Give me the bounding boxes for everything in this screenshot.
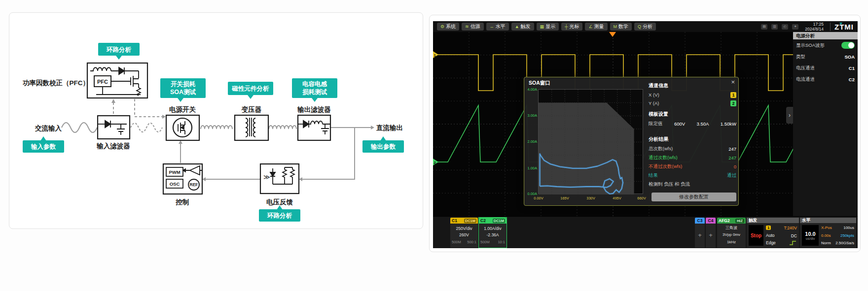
menu-button-cursor[interactable]: ┼光标: [561, 23, 582, 31]
channel-c1-block[interactable]: C1 DC1M 250V/div 260V 500M 500:1: [450, 218, 478, 248]
network-icon[interactable]: ◴: [782, 24, 788, 30]
menu-button-horizontal[interactable]: ↔水平: [486, 23, 509, 31]
result-value: 通过: [727, 172, 736, 179]
template-section-title: 模板设置: [649, 111, 736, 118]
menu-button-source[interactable]: ≋信源: [462, 23, 484, 31]
c1-offset: 260V: [450, 232, 478, 238]
x-channel-label: X (V): [649, 92, 659, 97]
power-switch-label: 电源开关: [169, 106, 196, 113]
current-limit: 3.50A: [697, 121, 709, 127]
y-channel-label: Y (A): [649, 100, 659, 106]
soa-y-tick: 3.00A: [524, 113, 537, 118]
chopped-wave: [131, 123, 162, 132]
horizontal-section[interactable]: 水平 10.0 us/div X-Pos 0.00s Norm 100us 25…: [800, 218, 856, 248]
c1-label: C1: [452, 218, 457, 223]
trigger-title: 触发: [747, 218, 799, 223]
current-channel-label: 电流通道: [796, 76, 815, 83]
soa-x-tick: 660V: [634, 196, 649, 200]
menu-button-display[interactable]: ▦显示: [537, 23, 559, 31]
soa-window-dialog: SOA窗口 × 4.00A 3.00A 2.00A 1.00A 0.00A 0.…: [524, 77, 739, 206]
menu-button-system[interactable]: ⚙系统: [437, 23, 459, 31]
sidebar-row-current-channel[interactable]: 电流通道 C2: [793, 74, 858, 85]
horizontal-position: 0.00s: [821, 233, 832, 238]
input-filter-label: 输入滤波器: [96, 142, 130, 150]
menu-button-analysis[interactable]: Q分析: [634, 23, 656, 31]
afg2-block[interactable]: AFG2 HiZ 三角波 3Vpp 0mv 1kHz: [717, 218, 746, 248]
channel-c2-block[interactable]: C2 DC1M 1.00A/div -2.36A 500M 10:1: [479, 218, 506, 248]
svg-text:2: 2: [434, 161, 436, 165]
total-count-label: 总次数(wfs): [649, 146, 673, 152]
badge-loop-analysis-top-label: 环路分析: [106, 46, 132, 53]
limit-label: 限定值: [649, 121, 663, 127]
badge-switch-loss-line2: SOA测试: [170, 89, 196, 96]
ref-label: REF: [190, 182, 198, 187]
soa-y-tick: 2.00A: [524, 139, 537, 144]
screenshot-icon[interactable]: ▤: [761, 24, 767, 30]
soa-toggle[interactable]: [841, 42, 855, 49]
menu-button-measure[interactable]: ∠测量: [585, 23, 607, 31]
timebase-box: 10.0 us/div: [802, 225, 819, 246]
sidebar-row-type[interactable]: 类型 SOA: [793, 51, 858, 63]
horizontal-arrows-icon: ↔: [490, 25, 494, 29]
modify-params-button[interactable]: 修改参数配置: [651, 193, 736, 201]
timebase-unit: us/div: [806, 237, 815, 240]
c3-add: +: [695, 224, 705, 248]
touch-icon[interactable]: ✦: [792, 24, 798, 30]
toggle-knob: [848, 42, 854, 48]
pfc-title: 功率因数校正（PFC）: [22, 79, 89, 87]
acquisition-state: Stop: [749, 225, 763, 246]
c2-coupling: DC1M: [493, 219, 505, 223]
sample-rate: 2.50GSa/s: [834, 241, 854, 245]
trigger-section[interactable]: 触发 Stop 1 Auto Edge T:240V DC: [747, 218, 799, 248]
soa-template-region: [539, 103, 634, 194]
total-count-value: 247: [728, 146, 736, 152]
time: 17:25: [805, 22, 824, 27]
c4-add: +: [706, 224, 716, 248]
sidebar-title: 电源分析: [793, 32, 858, 39]
soa-x-tick: 165V: [557, 196, 572, 200]
sidebar-row-show-soa[interactable]: 显示SOA波形: [793, 39, 858, 51]
menu-button-math[interactable]: M数学: [610, 23, 632, 31]
xpos-label: X-Pos: [821, 226, 832, 230]
sidebar-collapse-chevron[interactable]: ›: [786, 107, 793, 124]
trigger-coupling: DC: [778, 233, 797, 238]
ac-input-label: 交流输入: [35, 125, 62, 132]
type-label: 类型: [796, 54, 805, 60]
dashed-to-switch: [135, 99, 162, 117]
pfc-chip-label: PFC: [97, 79, 108, 85]
c1-coupling: DC1M: [464, 219, 476, 223]
storage-icon[interactable]: ▥: [771, 24, 778, 30]
menu-bar: ⚙系统 ≋信源 ↔水平 ▲触发 ▦显示 ┼光标 ∠测量 M数学 Q分析 ▤ ▥ …: [433, 21, 858, 32]
fail-count-value: 0: [734, 164, 736, 169]
dc-output-label: 直流输出: [376, 124, 403, 131]
transformer-label: 变压器: [241, 105, 262, 113]
channel-c4-block[interactable]: C4 +: [706, 218, 716, 248]
c2-offset: -2.36A: [479, 232, 506, 238]
soa-x-tick: 495V: [610, 196, 624, 200]
soa-plot: [538, 89, 643, 194]
current-channel-value: C2: [849, 77, 855, 82]
channel-c3-block[interactable]: C3 +: [695, 218, 705, 248]
coil-link-1: [201, 126, 232, 129]
smps-diagram-card: ≫ PFC PWM OSC REF 功率因数校正（PFC） 交流输入 输入滤波器…: [9, 12, 423, 229]
detection-note: 检测到 负压 和 负流: [649, 180, 736, 188]
badge-cap-loss-line1: 电容电感: [302, 81, 327, 88]
channel-2-badge: 2: [730, 100, 736, 106]
c2-scale: 1.00A/div: [479, 226, 506, 232]
voltage-channel-value: C1: [849, 65, 855, 71]
trigger-source-badge: 1: [766, 226, 771, 230]
badge-magnetic-label: 磁性元件分析: [232, 85, 270, 92]
soa-y-tick: 1.00A: [524, 166, 537, 170]
pass-count-value: 247: [728, 155, 736, 161]
trigger-level: T:240V: [778, 226, 797, 230]
menu-button-trigger[interactable]: ▲触发: [511, 23, 534, 31]
power-limit: 1.50kW: [721, 121, 736, 127]
feedback-label: 电压反馈: [266, 198, 293, 206]
result-label: 结果: [649, 172, 658, 179]
sidebar-row-voltage-channel[interactable]: 电压通道 C1: [793, 63, 858, 74]
output-filter-label: 输出滤波器: [297, 106, 331, 113]
c2-bandwidth: 500M: [480, 239, 490, 245]
voltage-channel-label: 电压通道: [796, 65, 815, 71]
c1-scale: 250V/div: [450, 226, 478, 232]
math-icon: M: [614, 25, 617, 29]
